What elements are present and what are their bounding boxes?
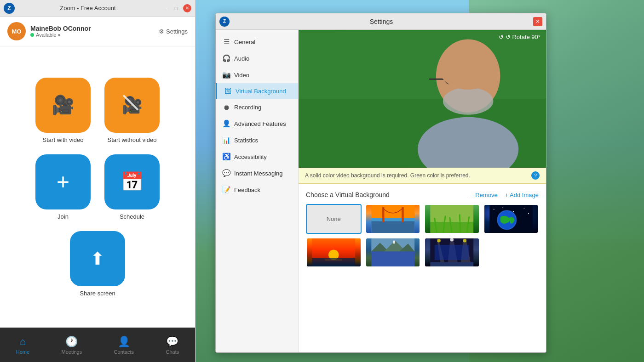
nav-contacts-label: Contacts bbox=[114, 349, 134, 355]
bg-thumb-stage[interactable] bbox=[424, 238, 480, 267]
nav-meetings[interactable]: 🕐 Meetings bbox=[54, 334, 90, 356]
sidebar-audio-label: Audio bbox=[234, 55, 249, 62]
svg-point-27 bbox=[523, 208, 524, 209]
bg-thumb-none[interactable]: None bbox=[306, 204, 362, 234]
bg-chooser-title: Choose a Virtual Background bbox=[306, 191, 390, 198]
svg-rect-13 bbox=[371, 218, 414, 221]
settings-body: ☰ General 🎧 Audio 📷 Video 🖼 Virtual Back… bbox=[216, 30, 546, 352]
svg-rect-12 bbox=[371, 220, 414, 233]
sidebar-item-instant-messaging[interactable]: 💬 Instant Messaging bbox=[216, 165, 298, 181]
sidebar-item-recording[interactable]: ⏺ Recording bbox=[216, 99, 298, 115]
remove-button[interactable]: − Remove bbox=[470, 192, 498, 198]
messaging-icon: 💬 bbox=[222, 169, 230, 177]
sidebar-im-label: Instant Messaging bbox=[234, 170, 283, 177]
sidebar-item-audio[interactable]: 🎧 Audio bbox=[216, 50, 298, 67]
svg-point-10 bbox=[438, 44, 498, 90]
sidebar-item-virtual-background[interactable]: 🖼 Virtual Background bbox=[216, 83, 298, 99]
status-label: Available bbox=[36, 32, 56, 38]
start-no-video-label: Start without video bbox=[108, 136, 157, 143]
svg-point-8 bbox=[443, 87, 494, 115]
action-row-3: ⬆ Share screen bbox=[70, 231, 125, 297]
nav-contacts[interactable]: 👤 Contacts bbox=[107, 334, 141, 356]
status-dot bbox=[30, 33, 34, 37]
settings-close-button[interactable]: ✕ bbox=[533, 17, 542, 26]
help-icon[interactable]: ? bbox=[531, 171, 540, 180]
svg-rect-50 bbox=[435, 245, 469, 260]
bg-thumb-space[interactable] bbox=[483, 204, 539, 234]
sidebar-item-general[interactable]: ☰ General bbox=[216, 34, 298, 50]
bg-thumb-golden-gate[interactable] bbox=[365, 204, 421, 234]
sidebar-item-accessibility[interactable]: ♿ Accessibility bbox=[216, 148, 298, 165]
sidebar-general-label: General bbox=[234, 39, 255, 45]
start-no-video-button[interactable]: 🎥 | bbox=[104, 78, 160, 133]
close-button[interactable]: ✕ bbox=[183, 4, 191, 12]
sidebar-stats-label: Statistics bbox=[234, 137, 258, 144]
action-row-1: 🎥 Start with video 🎥 | Start without vid… bbox=[35, 78, 160, 143]
bottom-nav: ⌂ Home 🕐 Meetings 👤 Contacts 💬 Chats bbox=[0, 328, 195, 362]
nav-chats[interactable]: 💬 Chats bbox=[158, 334, 186, 356]
recording-icon: ⏺ bbox=[222, 103, 230, 111]
gear-icon: ⚙ bbox=[159, 28, 164, 35]
nav-home[interactable]: ⌂ Home bbox=[9, 334, 37, 356]
svg-line-21 bbox=[460, 215, 460, 233]
start-video-button[interactable]: 🎥 bbox=[35, 78, 91, 133]
svg-point-25 bbox=[502, 207, 503, 208]
green-img bbox=[425, 205, 479, 233]
bg-actions: − Remove + Add Image bbox=[470, 192, 539, 198]
schedule-button[interactable]: 📅 bbox=[104, 154, 160, 209]
settings-sidebar: ☰ General 🎧 Audio 📷 Video 🖼 Virtual Back… bbox=[216, 30, 299, 352]
minimize-button[interactable]: — bbox=[161, 4, 169, 12]
person-icon: 👤 bbox=[118, 336, 130, 348]
share-screen-button[interactable]: ⬆ bbox=[70, 231, 125, 286]
bg-chooser: Choose a Virtual Background − Remove + A… bbox=[299, 184, 546, 352]
svg-point-26 bbox=[512, 211, 513, 212]
sidebar-advanced-label: Advanced Features bbox=[234, 120, 286, 127]
settings-content: ↺ ↺ Rotate 90° A solid color video backg… bbox=[299, 30, 546, 352]
video-preview: ↺ ↺ Rotate 90° bbox=[299, 30, 546, 168]
settings-zoom-icon: Z bbox=[219, 17, 230, 27]
sidebar-item-advanced-features[interactable]: 👤 Advanced Features bbox=[216, 115, 298, 132]
preview-svg bbox=[299, 30, 546, 168]
sidebar-item-feedback[interactable]: 📝 Feedback bbox=[216, 181, 298, 198]
bg-thumb-lake[interactable] bbox=[365, 238, 421, 267]
stage-img bbox=[425, 238, 479, 266]
svg-point-28 bbox=[528, 213, 529, 214]
sunset-img bbox=[307, 238, 361, 266]
settings-button[interactable]: ⚙ Settings bbox=[159, 28, 188, 35]
bg-grid-row1: None bbox=[306, 204, 539, 234]
action-row-2: + Join 📅 Schedule bbox=[35, 154, 160, 220]
bg-grid-row2 bbox=[306, 238, 539, 267]
calendar-icon: 📅 bbox=[121, 171, 144, 192]
feedback-icon: 📝 bbox=[222, 186, 230, 194]
maximize-button[interactable]: □ bbox=[172, 4, 180, 12]
join-item: + Join bbox=[35, 154, 91, 220]
zoom-app-icon: Z bbox=[4, 3, 15, 14]
zoom-title-bar: Z Zoom - Free Account — □ ✕ bbox=[0, 0, 195, 17]
bg-thumb-sunset[interactable] bbox=[306, 238, 362, 267]
start-video-item: 🎥 Start with video bbox=[35, 78, 91, 143]
avatar[interactable]: MO bbox=[7, 22, 26, 40]
rotate-label: ↺ Rotate 90° bbox=[506, 34, 540, 40]
advanced-icon: 👤 bbox=[222, 119, 230, 128]
settings-window: Z Settings ✕ ☰ General 🎧 Audio 📷 Video 🖼… bbox=[215, 13, 546, 353]
rotate-icon: ↺ bbox=[499, 34, 504, 40]
add-image-button[interactable]: + Add Image bbox=[505, 192, 539, 198]
bg-thumb-green[interactable] bbox=[424, 204, 480, 234]
sidebar-item-video[interactable]: 📷 Video bbox=[216, 67, 298, 83]
headphone-icon: 🎧 bbox=[222, 54, 230, 62]
svg-marker-41 bbox=[393, 241, 395, 244]
svg-point-24 bbox=[493, 209, 494, 209]
sidebar-recording-label: Recording bbox=[234, 104, 261, 111]
sidebar-item-statistics[interactable]: 📊 Statistics bbox=[216, 132, 298, 148]
nav-meetings-label: Meetings bbox=[62, 349, 82, 355]
join-button[interactable]: + bbox=[35, 154, 91, 209]
rotate-button[interactable]: ↺ ↺ Rotate 90° bbox=[499, 34, 540, 40]
sidebar-video-label: Video bbox=[234, 72, 249, 79]
start-no-video-item: 🎥 | Start without video bbox=[104, 78, 160, 143]
profile-left: MO MaineBob OConnor Available ▾ bbox=[7, 22, 91, 40]
svg-rect-37 bbox=[371, 251, 414, 266]
profile-info: MaineBob OConnor Available ▾ bbox=[30, 25, 91, 38]
settings-title-bar: Z Settings ✕ bbox=[216, 13, 546, 30]
golden-gate-img bbox=[366, 205, 420, 233]
clock-icon: 🕐 bbox=[65, 336, 78, 348]
